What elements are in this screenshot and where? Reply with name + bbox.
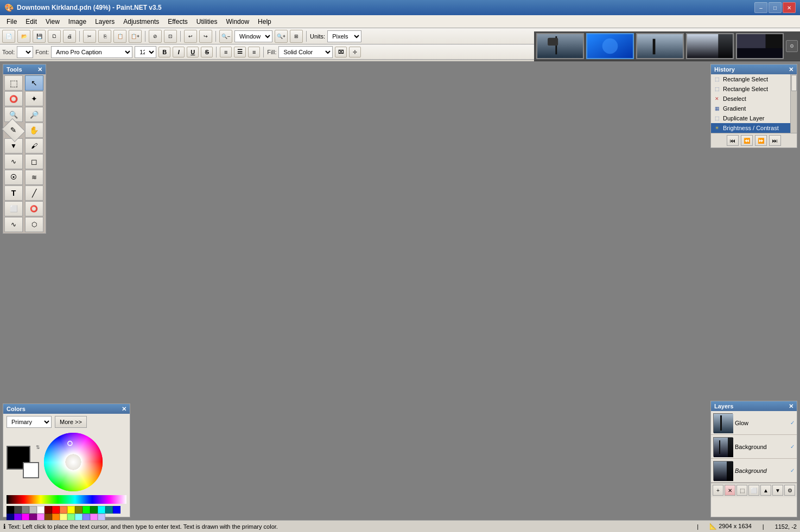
- layer-visible-glow[interactable]: ✓: [790, 420, 795, 426]
- layer-properties-button[interactable]: ⚙: [784, 485, 795, 496]
- image-thumb-5[interactable]: [736, 33, 784, 59]
- color-swatch[interactable]: [29, 514, 37, 520]
- color-swatch[interactable]: [22, 506, 29, 514]
- minimize-button[interactable]: –: [754, 2, 767, 13]
- print-button[interactable]: 🖨: [63, 30, 76, 43]
- strikethrough-button[interactable]: S: [201, 47, 213, 57]
- color-swatch[interactable]: [7, 506, 14, 514]
- history-item-dup-layer[interactable]: ⬚ Duplicate Layer: [711, 113, 797, 123]
- layer-merge-button[interactable]: ⬜: [748, 485, 759, 496]
- tool-dropdown[interactable]: T: [17, 46, 33, 58]
- history-item-gradient[interactable]: ▦ Gradient: [711, 104, 797, 113]
- undo-button[interactable]: ↩: [184, 30, 197, 43]
- antialias-button[interactable]: ⌧: [335, 47, 347, 57]
- color-swatch[interactable]: [22, 514, 29, 520]
- color-swatch[interactable]: [14, 514, 22, 520]
- history-item-deselect[interactable]: ✕ Deselect: [711, 94, 797, 104]
- tool-brush[interactable]: ∿: [4, 154, 23, 169]
- layer-up-button[interactable]: ▲: [760, 485, 771, 496]
- color-swatch[interactable]: [82, 514, 90, 520]
- strip-settings-button[interactable]: ⚙: [786, 40, 798, 52]
- paste-in-new[interactable]: 📋+: [129, 30, 142, 43]
- color-wheel[interactable]: [43, 432, 103, 492]
- layer-visible-background[interactable]: ✓: [790, 444, 795, 450]
- color-swatch[interactable]: [45, 514, 52, 520]
- color-swap-button[interactable]: ⇅: [36, 445, 40, 450]
- tool-shape-freeform[interactable]: ∿: [4, 217, 23, 232]
- layers-close-button[interactable]: ✕: [789, 403, 793, 410]
- tool-eraser[interactable]: ◻: [25, 154, 43, 169]
- layer-down-button[interactable]: ▼: [772, 485, 783, 496]
- menu-item-effects[interactable]: Effects: [163, 15, 192, 28]
- font-dropdown[interactable]: Arno Pro Caption: [51, 46, 132, 58]
- grid-button[interactable]: ⊞: [290, 30, 303, 43]
- tool-pan[interactable]: ✋: [25, 123, 43, 138]
- layer-add-button[interactable]: +: [713, 485, 723, 496]
- fill-dropdown[interactable]: Solid Color: [278, 46, 333, 58]
- color-swatch[interactable]: [29, 506, 37, 514]
- image-thumb-2[interactable]: [586, 33, 634, 59]
- color-swatch[interactable]: [7, 514, 14, 520]
- history-first-button[interactable]: ⏮: [727, 135, 739, 146]
- menu-item-file[interactable]: File: [2, 15, 21, 28]
- history-scroll-thumb[interactable]: [791, 75, 797, 91]
- save-all-button[interactable]: 🗋: [48, 30, 61, 43]
- zoom-out-button[interactable]: 🔍–: [219, 30, 232, 43]
- tool-line[interactable]: ╱: [25, 185, 43, 201]
- history-close-button[interactable]: ✕: [789, 66, 793, 73]
- color-swatch[interactable]: [60, 506, 67, 514]
- color-swatch[interactable]: [67, 506, 75, 514]
- redo-button[interactable]: ↪: [199, 30, 212, 43]
- invert-sel-button[interactable]: ⊡: [164, 30, 177, 43]
- colors-close-button[interactable]: ✕: [122, 406, 126, 413]
- color-swatch[interactable]: [67, 514, 75, 520]
- open-button[interactable]: 📂: [17, 30, 30, 43]
- color-swatch[interactable]: [52, 514, 60, 520]
- align-center-button[interactable]: ☰: [234, 47, 246, 57]
- layer-duplicate-button[interactable]: ⬚: [736, 485, 747, 496]
- image-thumb-1[interactable]: [536, 33, 584, 59]
- menu-item-view[interactable]: View: [41, 15, 64, 28]
- tool-lasso[interactable]: ⭕: [4, 91, 23, 106]
- color-swatch[interactable]: [98, 514, 105, 520]
- color-swatch[interactable]: [113, 506, 120, 514]
- layer-item-glow[interactable]: Glow ✓: [711, 411, 797, 435]
- color-more-button[interactable]: More >>: [55, 416, 87, 428]
- color-swatch[interactable]: [75, 514, 82, 520]
- secondary-color-swatch[interactable]: [23, 462, 39, 478]
- tool-shape-polygon[interactable]: ⬡: [25, 217, 43, 232]
- font-size-dropdown[interactable]: 12: [135, 46, 156, 58]
- history-item-brightness[interactable]: ☀ Brightness / Contrast: [711, 123, 797, 133]
- tool-smudge[interactable]: ≋: [25, 170, 43, 185]
- menu-item-window[interactable]: Window: [221, 15, 253, 28]
- tool-zoom-sub[interactable]: 🔎: [25, 107, 43, 122]
- save-button[interactable]: 💾: [33, 30, 46, 43]
- image-thumb-3[interactable]: [636, 33, 684, 59]
- color-swatch[interactable]: [82, 506, 90, 514]
- italic-button[interactable]: I: [173, 47, 185, 57]
- color-swatch[interactable]: [90, 506, 98, 514]
- menu-item-layers[interactable]: Layers: [91, 15, 119, 28]
- tool-text[interactable]: T: [4, 185, 23, 201]
- history-prev-button[interactable]: ⏪: [741, 135, 753, 146]
- tool-magic-wand[interactable]: ✦: [25, 91, 43, 106]
- deselect-button[interactable]: ⊘: [149, 30, 162, 43]
- history-item-rect1[interactable]: ⬚ Rectangle Select: [711, 74, 797, 84]
- paste-button[interactable]: 📋: [113, 30, 126, 43]
- color-swatch[interactable]: [105, 506, 113, 514]
- tool-move[interactable]: ↖: [25, 75, 43, 91]
- history-last-button[interactable]: ⏭: [769, 135, 781, 146]
- underline-button[interactable]: U: [187, 47, 199, 57]
- copy-button[interactable]: ⎘: [98, 30, 111, 43]
- tool-shape-ellipse[interactable]: ⭕: [25, 201, 43, 216]
- image-thumb-4[interactable]: [686, 33, 734, 59]
- rendering-button[interactable]: ⊹: [349, 47, 361, 57]
- new-button[interactable]: 📄: [2, 30, 15, 43]
- align-right-button[interactable]: ≡: [248, 47, 260, 57]
- color-swatch[interactable]: [60, 514, 67, 520]
- tool-select-rect[interactable]: ⬚: [4, 75, 23, 91]
- menu-item-help[interactable]: Help: [253, 15, 276, 28]
- color-swatch[interactable]: [45, 506, 52, 514]
- zoom-dropdown[interactable]: Window 25% 49% 100%: [234, 30, 272, 42]
- color-mode-dropdown[interactable]: Primary Secondary: [7, 416, 52, 428]
